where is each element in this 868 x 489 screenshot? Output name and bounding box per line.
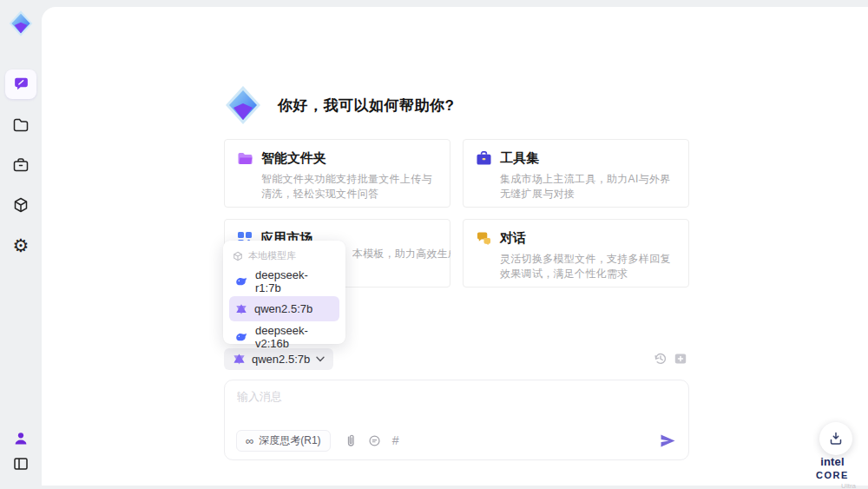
sidebar-item-models[interactable] [5,190,36,220]
sidebar-item-collapse-panel[interactable] [5,449,36,479]
sidebar-item-folders[interactable] [5,110,36,140]
sidebar: ⚙ [0,0,42,489]
card-title: 智能文件夹 [261,150,326,167]
intel-wordmark: intel [820,455,845,468]
gem-logo-icon-large [222,83,264,127]
card-description: 灵活切换多模型文件，支持多样回复效果调试，满足个性化需求 [500,252,676,281]
gear-icon: ⚙ [13,236,30,254]
chat-input-container: ∞ 深度思考(R1) # [224,380,689,460]
chevron-down-icon [316,356,325,362]
app-logo [5,7,36,40]
card-conversation[interactable]: 对话 灵活切换多模型文件，支持多样回复效果调试，满足个性化需求 [463,219,689,287]
sidebar-item-settings[interactable]: ⚙ [5,230,36,260]
model-dropdown: 本地模型库 deepseek-r1:7b qwen2.5:7b [223,241,345,344]
at-circle-icon[interactable] [368,434,381,447]
card-smart-folder[interactable]: 智能文件夹 智能文件夹功能支持批量文件上传与清洗，轻松实现文件问答 [224,139,450,208]
model-option-deepseek-r1[interactable]: deepseek-r1:7b [229,268,339,294]
card-toolset[interactable]: 工具集 集成市场上主流工具，助力AI与外界无缝扩展与对接 [463,139,689,208]
user-icon [12,430,30,447]
model-option-label: deepseek-v2:16b [255,324,333,350]
card-description: 智能文件夹功能支持批量文件上传与清洗，轻松实现文件问答 [261,172,437,202]
briefcase-icon [12,156,30,174]
folder-icon [12,116,30,134]
cube-icon [12,196,30,214]
card-title: 对话 [500,230,526,247]
deepseek-icon [235,332,248,342]
gold-chat-icon [476,231,492,246]
sidebar-item-chat[interactable] [5,69,36,99]
model-option-label: deepseek-r1:7b [255,268,333,294]
deep-think-label: 深度思考(R1) [259,433,320,448]
message-input[interactable] [237,389,671,424]
input-tool-icons: # [345,433,399,447]
deep-think-toggle[interactable]: ∞ 深度思考(R1) [236,430,331,452]
purple-folder-icon [237,151,253,166]
send-button[interactable] [660,433,676,448]
input-toolbar: ∞ 深度思考(R1) # [236,430,676,451]
model-option-deepseek-v2[interactable]: deepseek-v2:16b [229,324,339,349]
model-selector-button[interactable]: qwen2.5:7b [224,348,333,370]
card-description-fragment: 本模板，助力高效生成多 [352,247,450,261]
sidebar-item-toolbox[interactable] [5,150,36,180]
blue-briefcase-icon [476,151,492,166]
small-cube-icon [233,251,243,261]
greeting-block: 你好，我可以如何帮助你? [222,83,454,127]
core-wordmark: core [816,470,849,480]
app-window: ⚙ [0,0,868,489]
qwen-icon [235,303,247,315]
gem-logo-icon [7,9,35,38]
chat-bubble-icon [12,76,30,94]
ultra-badge: Ultra [804,482,861,489]
model-dropdown-header: 本地模型库 [229,248,339,266]
new-chat-button[interactable] [674,352,687,366]
paperclip-icon[interactable] [345,433,357,447]
panel-layout-icon [12,455,30,472]
model-dropdown-header-label: 本地模型库 [248,249,296,262]
history-button[interactable] [654,352,667,366]
download-button[interactable] [819,422,852,455]
card-title: 工具集 [500,150,539,167]
card-description: 集成市场上主流工具，助力AI与外界无缝扩展与对接 [500,172,676,202]
selected-model-label: qwen2.5:7b [252,353,310,366]
infinity-icon: ∞ [246,435,253,446]
deepseek-icon [235,276,248,287]
intel-core-logo: intel core Ultra [804,455,861,489]
qwen-icon [233,353,246,366]
hash-icon[interactable]: # [392,433,399,447]
model-option-label: qwen2.5:7b [254,302,312,315]
greeting-title: 你好，我可以如何帮助你? [278,96,454,116]
model-option-qwen[interactable]: qwen2.5:7b [229,296,339,321]
